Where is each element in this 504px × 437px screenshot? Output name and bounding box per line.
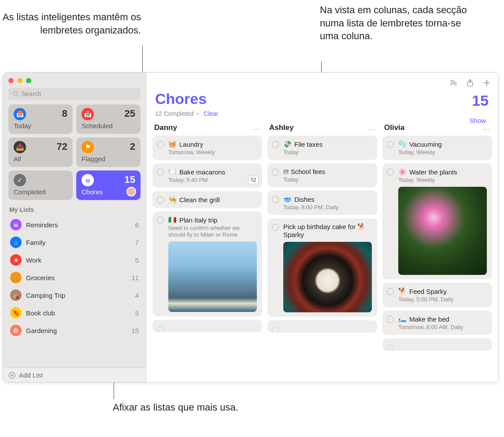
- list-row[interactable]: ✿ Gardening 15: [6, 322, 143, 339]
- complete-toggle[interactable]: [387, 141, 394, 148]
- search-input[interactable]: Search: [8, 88, 141, 100]
- reminder-item[interactable]: 🛏️Make the bedTomorrow, 8:00 AM, Daily: [382, 311, 492, 335]
- complete-toggle[interactable]: [387, 344, 394, 351]
- column-more-button[interactable]: …: [482, 123, 490, 132]
- reminder-item[interactable]: 🇮🇹Plan Italy tripNeed to confirm whether…: [152, 211, 262, 316]
- reminder-item[interactable]: 💸File taxesToday: [267, 136, 377, 160]
- callout-pin: Afixar as listas que mais usa.: [113, 401, 245, 414]
- list-row[interactable]: ≣ Reminders 6: [6, 216, 143, 233]
- list-row[interactable]: 🛒 Groceries 11: [6, 269, 143, 286]
- list-row[interactable]: ⌂ Family 7: [6, 233, 143, 251]
- reminder-item[interactable]: !!! School feesToday: [267, 163, 377, 187]
- reminder-item[interactable]: 🫧VacuumingToday, Weekly: [382, 136, 492, 160]
- column: Olivia…🫧VacuumingToday, Weekly🌸Water the…: [382, 122, 492, 377]
- smartlist-completed[interactable]: ✓ Completed: [8, 170, 73, 200]
- reminder-thumbnail: [398, 187, 487, 275]
- complete-toggle[interactable]: [272, 224, 279, 231]
- share-icon[interactable]: [466, 78, 474, 87]
- list-color-icon: ⌂: [10, 237, 22, 248]
- reminder-meta: Today: [283, 176, 372, 183]
- smartlist-flagged-count: 2: [130, 141, 135, 152]
- reminder-thumbnail: [168, 241, 257, 312]
- reminder-meta: Today, Weekly: [398, 149, 487, 156]
- list-name: Reminders: [26, 221, 131, 229]
- show-completed-button[interactable]: Show: [469, 117, 486, 124]
- list-name: Book club: [26, 309, 131, 317]
- column-more-button[interactable]: …: [252, 123, 260, 132]
- reminder-title: Pick up birthday cake for 🐕 Sparky: [283, 223, 372, 238]
- reminder-title: !!! School fees: [283, 168, 372, 175]
- complete-toggle[interactable]: [157, 141, 164, 148]
- add-list-button[interactable]: Add List: [3, 367, 146, 382]
- completed-count-text: 12 Completed: [155, 110, 193, 117]
- list-row[interactable]: ★ Work 5: [6, 251, 143, 269]
- reminder-meta: Today, Weekly: [398, 177, 487, 183]
- reminder-item[interactable]: 🥣DishesToday, 8:00 PM, Daily: [267, 191, 377, 215]
- complete-toggle[interactable]: [272, 169, 279, 176]
- column-title: Ashley: [269, 123, 294, 132]
- reminder-item[interactable]: 👨‍🍳Clean the grill: [152, 191, 262, 208]
- smartlist-chores[interactable]: ≣ 15 Chores: [76, 170, 141, 200]
- toolbar: [146, 73, 498, 89]
- smartlist-flagged[interactable]: ⚑ 2 Flagged: [76, 137, 141, 167]
- close-icon[interactable]: [8, 78, 14, 83]
- list-count: 4: [135, 292, 139, 299]
- smartlist-all[interactable]: 📥 72 All: [8, 137, 73, 167]
- list-name: Camping Trip: [26, 292, 131, 299]
- reminder-item[interactable]: 🧺LaundryTomorrow, Weekly: [152, 136, 262, 160]
- reminder-title: 🍽️Bake macarons: [168, 168, 257, 176]
- reminder-item[interactable]: 🍽️Bake macaronsToday, 5:40 PM52: [152, 163, 262, 188]
- list-row[interactable]: 🔖 Book club 5: [6, 304, 143, 322]
- list-title: Chores: [155, 90, 489, 107]
- complete-toggle[interactable]: [272, 326, 279, 333]
- list-count: 7: [135, 239, 139, 246]
- reminder-meta: Tomorrow, Weekly: [168, 149, 257, 156]
- add-list-label: Add List: [19, 371, 43, 379]
- complete-toggle[interactable]: [272, 141, 279, 148]
- list-icon: ≣: [82, 174, 94, 186]
- complete-toggle[interactable]: [157, 326, 164, 332]
- column-title: Danny: [154, 123, 177, 132]
- smart-lists-grid: 📅 8 Today 📅 25 Scheduled 📥 72 All ⚑ 2 Fl…: [3, 104, 146, 200]
- reminder-title: 🧺Laundry: [168, 140, 257, 148]
- reminder-placeholder[interactable]: [267, 320, 377, 333]
- clear-completed-button[interactable]: Clear: [204, 110, 218, 117]
- emoji-icon: 🛏️: [398, 315, 407, 323]
- list-count: 11: [131, 274, 139, 281]
- reminder-item[interactable]: 🐕Feed SparkyToday, 5:00 PM, Daily: [382, 283, 492, 307]
- complete-toggle[interactable]: [387, 288, 394, 295]
- complete-toggle[interactable]: [387, 169, 394, 176]
- list-total-count: 15: [472, 92, 489, 109]
- app-window: Search 📅 8 Today 📅 25 Scheduled 📥 72 All…: [3, 72, 499, 383]
- reminder-placeholder[interactable]: [382, 338, 492, 351]
- complete-toggle[interactable]: [387, 316, 394, 323]
- sidebar: Search 📅 8 Today 📅 25 Scheduled 📥 72 All…: [3, 73, 146, 382]
- smartlist-today[interactable]: 📅 8 Today: [8, 104, 73, 134]
- list-color-icon: ≣: [10, 219, 22, 230]
- column: Danny…🧺LaundryTomorrow, Weekly🍽️Bake mac…: [152, 122, 262, 377]
- reminder-title: 👨‍🍳Clean the grill: [168, 196, 257, 204]
- reminder-item[interactable]: Pick up birthday cake for 🐕 Sparky: [267, 218, 377, 317]
- complete-toggle[interactable]: [157, 169, 164, 176]
- add-icon[interactable]: [482, 78, 491, 87]
- emoji-icon: 🍽️: [168, 168, 177, 176]
- smartlist-scheduled-label: Scheduled: [82, 122, 135, 130]
- reminder-title: 🫧Vacuuming: [398, 140, 487, 148]
- column-more-button[interactable]: …: [367, 123, 375, 132]
- reminder-placeholder[interactable]: [152, 320, 262, 332]
- complete-toggle[interactable]: [157, 217, 164, 224]
- list-row[interactable]: ⛺ Camping Trip 4: [6, 286, 143, 304]
- svg-point-0: [14, 92, 18, 96]
- check-icon: ✓: [14, 174, 26, 186]
- minimize-icon[interactable]: [17, 78, 22, 83]
- maximize-icon[interactable]: [26, 78, 31, 83]
- smartlist-scheduled[interactable]: 📅 25 Scheduled: [76, 104, 141, 134]
- completed-subheader: 12 Completed • Clear: [146, 110, 498, 122]
- complete-toggle[interactable]: [272, 196, 279, 203]
- list-color-icon: ★: [10, 254, 22, 266]
- smartlist-completed-label: Completed: [14, 188, 67, 196]
- complete-toggle[interactable]: [157, 196, 164, 204]
- smartlist-today-label: Today: [14, 122, 67, 130]
- collaboration-icon[interactable]: [449, 78, 458, 87]
- reminder-item[interactable]: 🌸Water the plantsToday, Weekly: [382, 163, 492, 279]
